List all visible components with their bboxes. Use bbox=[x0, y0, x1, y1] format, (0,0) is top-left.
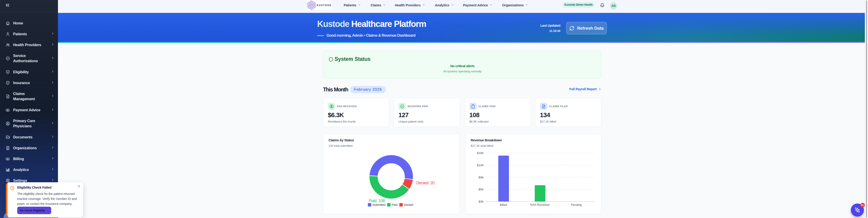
svg-text:$5K: $5K bbox=[478, 188, 484, 191]
svg-text:Pending: Pending bbox=[571, 203, 582, 207]
svg-text:Paid: 108: Paid: 108 bbox=[369, 198, 385, 203]
svg-text:$0K: $0K bbox=[478, 200, 484, 203]
svg-text:Denied: Denied bbox=[404, 203, 413, 207]
svg-text:Denied: 20: Denied: 20 bbox=[416, 181, 435, 185]
svg-text:$18K: $18K bbox=[477, 151, 484, 155]
svg-text:Submitted: Submitted bbox=[372, 203, 385, 207]
svg-text:$9K: $9K bbox=[478, 176, 484, 179]
svg-text:ERA Received: ERA Received bbox=[530, 203, 550, 207]
svg-text:Paid: Paid bbox=[392, 203, 397, 207]
svg-text:Billed: Billed bbox=[500, 203, 507, 207]
svg-text:$14K: $14K bbox=[477, 164, 484, 167]
